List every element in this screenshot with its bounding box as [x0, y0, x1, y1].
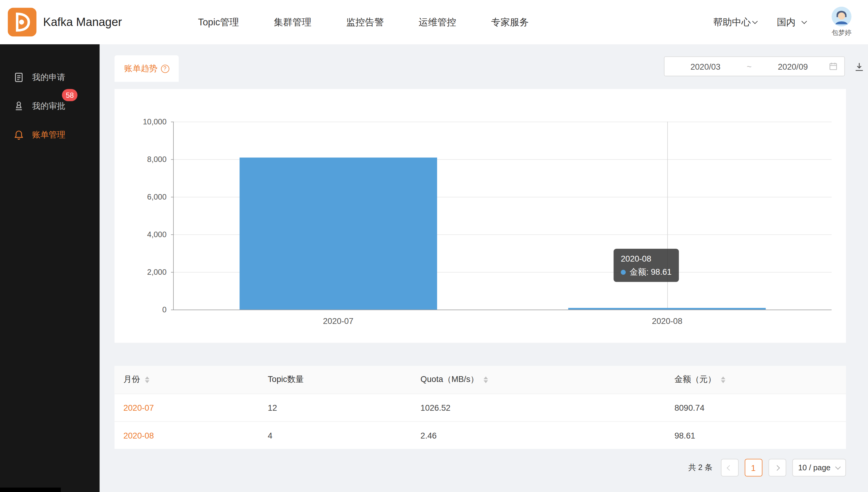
x-axis-tick-label: 2020-07 — [323, 316, 354, 326]
stamp-icon — [13, 101, 24, 112]
date-range-picker[interactable]: 2020/03 ~ 2020/09 — [664, 56, 845, 76]
series-dot-icon — [621, 270, 626, 275]
chart-bar-2020-07[interactable] — [239, 157, 437, 310]
nav-ops-control[interactable]: 运维管控 — [419, 16, 456, 29]
y-axis-tick-label: 0 — [162, 305, 166, 314]
sidebar-item-my-approvals[interactable]: 我的审批 58 — [0, 92, 100, 120]
main-nav: Topic管理 集群管理 监控告警 运维管控 专家服务 — [198, 0, 529, 44]
page-size-select[interactable]: 10 / page — [792, 459, 846, 476]
bill-table: 月份 Topic数量 Quota（MB/s） 金额（元） — [114, 366, 846, 449]
column-label: 金额（元） — [674, 374, 716, 384]
table-row: 2020-07 12 1026.52 8090.74 — [114, 394, 846, 421]
column-header-month[interactable]: 月份 — [114, 366, 259, 394]
clipboard-icon — [13, 72, 24, 83]
help-question-icon[interactable]: ? — [161, 65, 169, 73]
region-label: 国内 — [777, 16, 796, 29]
topic-count-cell: 4 — [259, 421, 412, 449]
y-axis-tick-mark — [171, 310, 174, 310]
tab-bill-trend[interactable]: 账单趋势 ? — [114, 55, 179, 82]
nav-expert-service[interactable]: 专家服务 — [491, 16, 529, 29]
total-count-label: 共 2 条 — [688, 463, 712, 473]
page-button-1[interactable]: 1 — [745, 459, 762, 476]
column-label: Topic数量 — [268, 374, 304, 384]
chevron-left-icon — [727, 465, 732, 470]
date-range-separator: ~ — [740, 62, 759, 71]
page-size-value: 10 / page — [798, 463, 831, 472]
sidebar-item-label: 我的审批 — [32, 101, 66, 111]
y-axis-tick-mark — [171, 159, 174, 160]
y-axis-tick-mark — [171, 122, 174, 122]
approvals-count-badge: 58 — [62, 89, 78, 101]
column-header-amount[interactable]: 金额（元） — [665, 366, 846, 394]
sort-icon[interactable] — [145, 376, 149, 383]
bill-alert-icon — [13, 129, 24, 140]
bill-table-card: 月份 Topic数量 Quota（MB/s） 金额（元） — [114, 366, 846, 449]
column-label: Quota（MB/s） — [421, 374, 479, 384]
y-axis-tick-mark — [171, 272, 174, 273]
y-axis-tick-label: 2,000 — [147, 268, 166, 276]
main-content: 账单趋势 ? 2020/03 ~ 2020/09 2020-08 — [100, 44, 868, 492]
date-start-input[interactable]: 2020/03 — [671, 62, 740, 71]
y-axis-tick-label: 8,000 — [147, 155, 166, 164]
gridline — [174, 122, 831, 122]
amount-cell: 98.61 — [665, 421, 846, 449]
topic-count-cell: 12 — [259, 394, 412, 421]
sidebar-item-bill-management[interactable]: 账单管理 — [0, 120, 100, 149]
column-header-quota[interactable]: Quota（MB/s） — [412, 366, 665, 394]
column-header-topic-count: Topic数量 — [259, 366, 412, 394]
table-row: 2020-08 4 2.46 98.61 — [114, 421, 846, 449]
sidebar-item-my-applications[interactable]: 我的申请 — [0, 63, 100, 92]
help-center-dropdown[interactable]: 帮助中心 — [713, 16, 757, 29]
bill-trend-chart-card: 2020-08 金额: 98.61 10,0008,0006,0004,0002… — [114, 89, 846, 343]
sidebar-menu: 我的申请 我的审批 58 账单管理 — [0, 44, 100, 149]
download-icon[interactable] — [853, 61, 865, 73]
sort-icon[interactable] — [721, 376, 725, 383]
sort-icon[interactable] — [484, 376, 488, 383]
nav-cluster-management[interactable]: 集群管理 — [274, 16, 311, 29]
chevron-down-icon — [801, 18, 807, 24]
y-axis-tick-mark — [171, 197, 174, 197]
amount-cell: 8090.74 — [665, 394, 846, 421]
month-link[interactable]: 2020-08 — [114, 421, 259, 449]
chart-plot: 2020-08 金额: 98.61 10,0008,0006,0004,0002… — [173, 122, 831, 310]
user-name: 包梦婷 — [831, 28, 851, 38]
chart-tooltip: 2020-08 金额: 98.61 — [613, 249, 679, 282]
help-center-label: 帮助中心 — [713, 16, 751, 29]
month-link[interactable]: 2020-07 — [114, 394, 259, 421]
column-label: 月份 — [123, 374, 140, 384]
nav-monitor-alert[interactable]: 监控告警 — [346, 16, 384, 29]
chevron-down-icon — [835, 464, 841, 469]
y-axis-tick-mark — [171, 235, 174, 235]
chart-bar-2020-08[interactable] — [568, 308, 766, 310]
tab-label: 账单趋势 — [124, 63, 158, 74]
date-end-input[interactable]: 2020/09 — [758, 62, 827, 71]
tooltip-series-row: 金额: 98.61 — [621, 265, 672, 278]
nav-topic-management[interactable]: Topic管理 — [198, 16, 239, 29]
app-title: Kafka Manager — [43, 0, 122, 44]
table-header-row: 月份 Topic数量 Quota（MB/s） 金额（元） — [114, 366, 846, 394]
quota-cell: 2.46 — [412, 421, 665, 449]
next-page-button[interactable] — [768, 459, 786, 476]
kafka-manager-app: Kafka Manager Topic管理 集群管理 监控告警 运维管控 专家服… — [0, 0, 868, 492]
chevron-right-icon — [774, 465, 780, 470]
sidebar-item-label: 我的申请 — [32, 72, 66, 82]
tooltip-title: 2020-08 — [621, 252, 672, 265]
app-logo-icon[interactable] — [8, 8, 37, 36]
y-axis-tick-label: 10,000 — [143, 117, 166, 126]
calendar-icon — [829, 62, 838, 71]
region-dropdown[interactable]: 国内 — [777, 16, 806, 29]
sidebar-item-label: 账单管理 — [32, 129, 66, 140]
sidebar: 我的申请 我的审批 58 账单管理 — [0, 44, 100, 492]
user-menu[interactable]: 包梦婷 — [826, 7, 857, 38]
avatar — [831, 7, 851, 27]
tooltip-value: 金额: 98.61 — [630, 267, 672, 276]
pagination: 共 2 条 1 10 / page — [688, 459, 846, 476]
top-header: Kafka Manager Topic管理 集群管理 监控告警 运维管控 专家服… — [0, 0, 868, 44]
prev-page-button[interactable] — [721, 459, 738, 476]
sidebar-collapse-bar[interactable] — [0, 488, 61, 492]
y-axis-tick-label: 6,000 — [147, 193, 166, 201]
header-right: 帮助中心 国内 包梦婷 — [713, 0, 868, 44]
y-axis-tick-label: 4,000 — [147, 230, 166, 239]
quota-cell: 1026.52 — [412, 394, 665, 421]
chevron-down-icon — [752, 18, 757, 24]
